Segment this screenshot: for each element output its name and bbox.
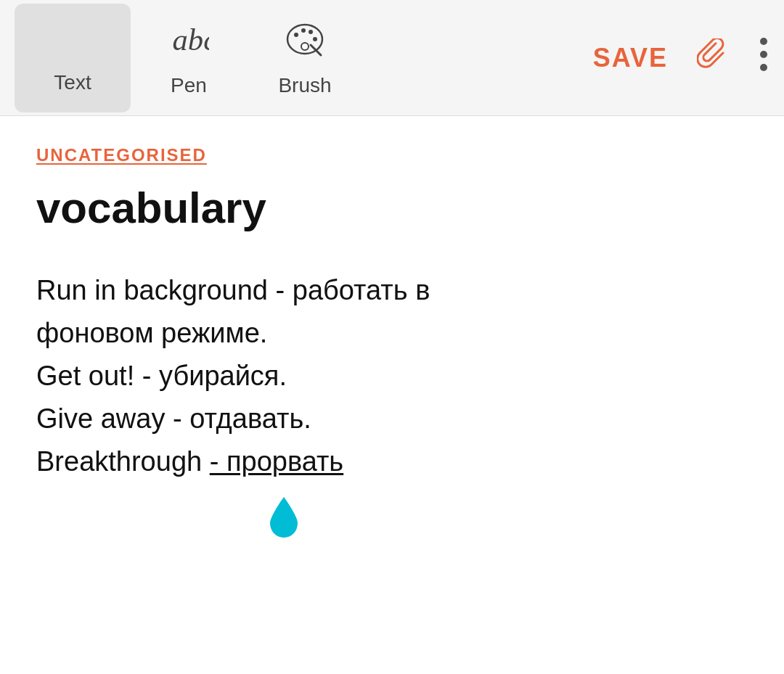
svg-point-18 [301,43,309,50]
category-label[interactable]: UNCATEGORISED [36,145,748,165]
pen-icon: abc [168,19,209,68]
svg-point-20 [760,38,767,45]
text-tool-label: Text [54,71,91,94]
brush-icon [285,19,325,68]
toolbar: Text abc Pen [0,0,784,116]
body-line-5: Breakthrough - прорвать [36,440,748,483]
pen-tool[interactable]: abc Pen [131,4,247,112]
more-options-icon[interactable] [758,36,769,81]
drop-cursor-container [269,496,748,551]
line5-link[interactable]: - прорвать [210,446,343,477]
body-line-2: фоновом режиме. [36,312,748,355]
svg-point-14 [294,33,298,37]
save-button[interactable]: SAVE [593,43,668,73]
text-tool[interactable]: Text [15,4,131,112]
svg-point-16 [309,30,313,34]
svg-point-17 [313,37,317,41]
paperclip-icon[interactable] [697,38,729,78]
svg-point-15 [301,28,306,33]
svg-text:abc: abc [173,22,209,56]
line5-prefix: Breakthrough [36,446,210,477]
svg-point-22 [760,64,767,71]
svg-point-21 [760,51,767,58]
brush-tool-label: Brush [278,74,331,97]
toolbar-actions: SAVE [593,36,769,81]
tool-group: Text abc Pen [15,4,593,112]
brush-tool[interactable]: Brush [247,4,363,112]
body-line-4: Give away - отдавать. [36,398,748,440]
note-body[interactable]: Run in background - работать в фоновом р… [36,269,748,551]
note-content: UNCATEGORISED vocabulary Run in backgrou… [0,116,784,674]
pen-tool-label: Pen [171,74,207,97]
body-line-3: Get out! - убирайся. [36,355,748,398]
drop-cursor-icon [269,496,299,539]
note-title[interactable]: vocabulary [36,183,748,233]
body-line-1: Run in background - работать в [36,269,748,312]
